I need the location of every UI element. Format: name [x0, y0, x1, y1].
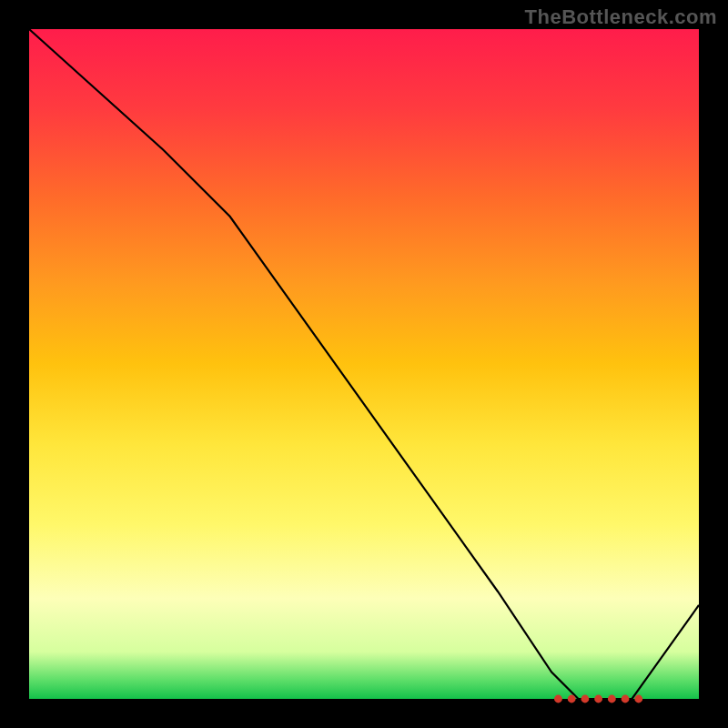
marker-dot [554, 695, 562, 703]
marker-dot [568, 695, 576, 703]
marker-dot [594, 695, 602, 703]
curve-path [29, 29, 699, 699]
chart-svg [29, 29, 699, 699]
chart-frame: TheBottleneck.com [0, 0, 728, 728]
marker-dot [622, 695, 630, 703]
marker-dot [581, 695, 589, 703]
plot-area [29, 29, 699, 699]
watermark-text: TheBottleneck.com [525, 5, 717, 29]
marker-dot [608, 695, 616, 703]
marker-dot [634, 695, 642, 703]
